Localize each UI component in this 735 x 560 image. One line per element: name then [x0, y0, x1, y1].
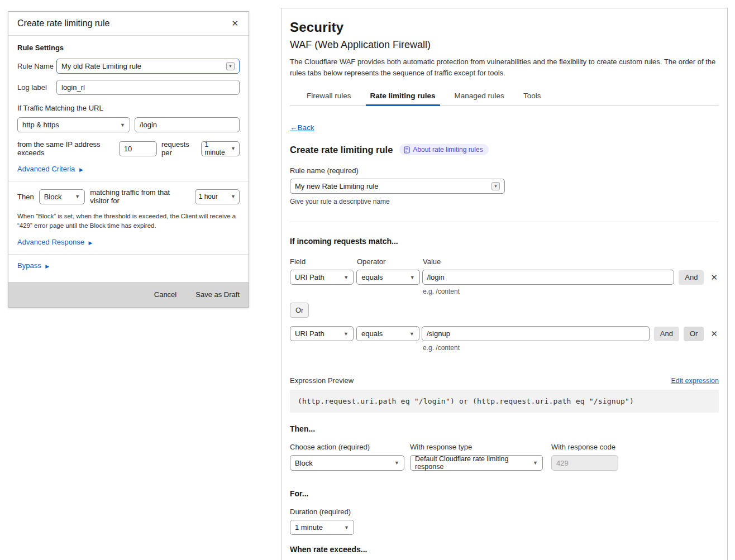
value-text: /signup [427, 329, 450, 338]
page-subtitle: WAF (Web Application Firewall) [290, 39, 719, 51]
close-icon[interactable]: ✕ [230, 18, 240, 28]
advanced-criteria-link[interactable]: Advanced Criteria ▶ [17, 165, 83, 173]
rate-section-title: When rate exceeds... [290, 545, 719, 554]
expression-code: (http.request.uri.path eq "/login") or (… [290, 390, 719, 413]
bypass-link[interactable]: Bypass ▶ [17, 261, 49, 270]
autofill-icon[interactable]: ▾ [226, 62, 235, 70]
rule-name-input[interactable]: My new Rate Limiting rule ▾ [290, 179, 505, 194]
scheme-row: http & https ▼ /login [17, 117, 240, 132]
duration-select[interactable]: 1 minute ▼ [290, 520, 354, 535]
traffic-match-label: If Traffic Matching the URL [17, 104, 240, 112]
advanced-response-row: Advanced Response ▶ [17, 238, 240, 246]
then-labels: Choose action (required) With response t… [290, 443, 719, 451]
chevron-down-icon: ▼ [231, 146, 236, 151]
then-section-title: Then... [290, 424, 719, 433]
field-select[interactable]: URI Path ▼ [290, 326, 354, 341]
tab-managed-rules[interactable]: Managed rules [454, 88, 505, 106]
value-input[interactable]: /login [422, 270, 675, 285]
edit-expression-link[interactable]: Edit expression [671, 377, 719, 385]
action-select[interactable]: Block ▼ [290, 455, 404, 471]
modal-footer: Cancel Save as Draft [8, 282, 249, 307]
expression-header: Expression Preview Edit expression [290, 376, 719, 385]
form-title-row: Create rate limiting rule About rate lim… [290, 144, 719, 155]
or-connector-row: Or [290, 303, 719, 318]
expression-preview-label: Expression Preview [290, 376, 354, 385]
page-description: The Cloudflare WAF provides both automat… [290, 56, 719, 78]
or-connector-button[interactable]: Or [290, 303, 309, 318]
autofill-icon[interactable]: ▾ [491, 182, 500, 190]
ban-duration-select[interactable]: 1 hour ▼ [195, 189, 240, 204]
create-rate-limit-modal: Create rate limiting rule ✕ Rule Setting… [8, 11, 249, 308]
chevron-down-icon: ▼ [344, 525, 349, 530]
duration-label: Duration (required) [290, 508, 719, 516]
ban-duration-value: 1 hour [199, 193, 218, 200]
about-badge-label: About rate limiting rules [413, 146, 483, 154]
and-button[interactable]: And [679, 270, 704, 285]
condition-column-labels: Field Operator Value [290, 257, 719, 266]
threshold-input[interactable]: 10 [119, 141, 157, 156]
then-controls: Block ▼ Default Cloudflare rate limiting… [290, 455, 719, 471]
chevron-down-icon: ▼ [409, 331, 414, 337]
value-input[interactable]: /signup [422, 326, 650, 341]
response-code-input: 429 [551, 455, 618, 471]
waf-tabs: Firewall rules Rate limiting rules Manag… [290, 88, 719, 106]
about-rate-limiting-badge[interactable]: About rate limiting rules [399, 144, 488, 155]
modal-body: Rule Settings Rule Name My old Rate Limi… [8, 36, 249, 270]
tab-tools[interactable]: Tools [522, 88, 542, 106]
for-section-title: For... [290, 489, 719, 498]
operator-select[interactable]: equals ▼ [356, 270, 419, 285]
response-code-label: With response code [551, 443, 615, 451]
rule-name-input[interactable]: My old Rate Limiting rule ▾ [56, 59, 240, 74]
response-type-value: Default Cloudflare rate limiting respons… [415, 455, 531, 471]
rule-name-row: Rule Name My old Rate Limiting rule ▾ [17, 59, 240, 74]
expand-arrow-icon: ▶ [45, 264, 49, 269]
field-select[interactable]: URI Path ▼ [290, 270, 354, 285]
threshold-middle: requests per [161, 140, 197, 157]
field-value: URI Path [295, 329, 324, 338]
log-label-value: login_rl [61, 83, 85, 92]
back-link[interactable]: ←Back [290, 123, 314, 132]
action-value: Block [295, 459, 313, 467]
bypass-label: Bypass [17, 261, 41, 270]
chevron-down-icon: ▼ [120, 122, 125, 128]
form-title: Create rate limiting rule [290, 145, 393, 155]
rule-settings-heading: Rule Settings [17, 44, 240, 52]
remove-condition-icon[interactable]: ✕ [709, 272, 719, 283]
rule-name-label: Rule name (required) [290, 166, 719, 175]
or-button[interactable]: Or [684, 327, 704, 341]
scheme-select[interactable]: http & https ▼ [17, 117, 130, 132]
scheme-value: http & https [22, 121, 59, 129]
period-select[interactable]: 1 minute ▼ [201, 141, 240, 156]
threshold-value: 10 [124, 145, 132, 153]
threshold-prefix: from the same IP address exceeds [17, 140, 114, 157]
response-type-select[interactable]: Default Cloudflare rate limiting respons… [410, 455, 543, 471]
log-label-row: Log label login_rl [17, 80, 240, 95]
log-label-input[interactable]: login_rl [56, 80, 240, 95]
tab-rate-limiting-rules[interactable]: Rate limiting rules [369, 88, 437, 106]
duration-value: 1 minute [295, 523, 323, 532]
chevron-down-icon: ▼ [533, 460, 538, 466]
action-select[interactable]: Block ▼ [39, 189, 85, 204]
url-input[interactable]: /login [135, 117, 240, 132]
remove-condition-icon[interactable]: ✕ [709, 329, 719, 339]
then-middle-text: matching traffic from that visitor for [90, 188, 190, 205]
log-label-label: Log label [17, 83, 56, 92]
chevron-down-icon: ▼ [75, 194, 80, 199]
security-waf-panel: Security WAF (Web Application Firewall) … [281, 8, 728, 560]
condition-row: URI Path ▼ equals ▼ /signup And Or ✕ [290, 326, 719, 341]
tab-firewall-rules[interactable]: Firewall rules [306, 88, 352, 106]
and-button[interactable]: And [654, 327, 679, 341]
cancel-button[interactable]: Cancel [154, 290, 176, 299]
back-arrow-icon: ← [290, 123, 298, 132]
operator-value: equals [361, 329, 383, 338]
expand-arrow-icon: ▶ [89, 240, 93, 246]
operator-select[interactable]: equals ▼ [356, 326, 419, 341]
advanced-response-link[interactable]: Advanced Response ▶ [17, 238, 93, 246]
save-as-draft-button[interactable]: Save as Draft [195, 290, 240, 299]
chevron-down-icon: ▼ [394, 460, 399, 466]
choose-action-label: Choose action (required) [290, 443, 410, 451]
chevron-down-icon: ▼ [410, 275, 415, 280]
chevron-down-icon: ▼ [343, 331, 349, 337]
rule-name-helper: Give your rule a descriptive name [290, 198, 719, 205]
advanced-criteria-label: Advanced Criteria [17, 165, 75, 173]
